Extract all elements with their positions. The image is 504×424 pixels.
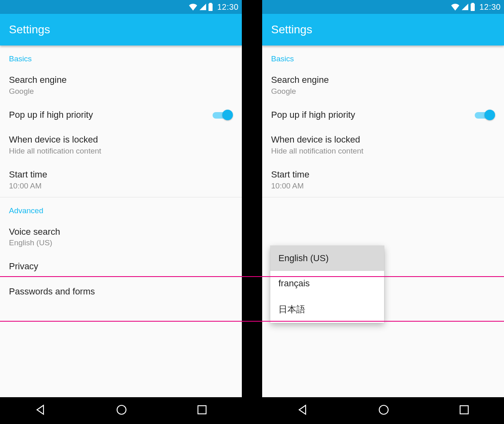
alignment-guide-top xyxy=(0,276,504,277)
pref-search-engine[interactable]: Search engine Google xyxy=(262,67,504,102)
pref-title: Search engine xyxy=(9,74,233,86)
wifi-icon xyxy=(451,3,460,11)
page-title: Settings xyxy=(271,23,312,36)
pref-title: When device is locked xyxy=(271,134,495,146)
pref-value: Hide all notification content xyxy=(9,147,233,156)
home-icon[interactable] xyxy=(378,404,390,418)
section-header-advanced-placeholder xyxy=(262,197,504,216)
svg-rect-1 xyxy=(198,406,206,414)
status-bar: 12:30 xyxy=(0,0,242,14)
phone-left: 12:30 Settings Basics Search engine Goog… xyxy=(0,0,242,424)
pref-value: 10:00 AM xyxy=(271,182,495,190)
wifi-icon xyxy=(189,3,198,11)
pref-popup-priority[interactable]: Pop up if high priority xyxy=(262,102,504,128)
nav-bar xyxy=(262,397,504,424)
dropdown-option[interactable]: français xyxy=(270,271,384,296)
comparison-stage: 12:30 Settings Basics Search engine Goog… xyxy=(0,0,504,424)
settings-content-right[interactable]: Basics Search engine Google Pop up if hi… xyxy=(262,45,504,397)
pref-title: Start time xyxy=(9,169,233,181)
pref-title: When device is locked xyxy=(9,134,233,146)
pref-title: Pop up if high priority xyxy=(9,109,93,121)
battery-icon xyxy=(470,3,475,11)
pref-start-time[interactable]: Start time 10:00 AM xyxy=(0,162,242,197)
toggle-switch[interactable] xyxy=(213,109,232,121)
dropdown-option[interactable]: English (US) xyxy=(270,246,384,271)
pref-when-locked[interactable]: When device is locked Hide all notificat… xyxy=(0,127,242,162)
pref-title: Pop up if high priority xyxy=(271,109,355,121)
pref-title: Search engine xyxy=(271,74,495,86)
svg-point-2 xyxy=(379,405,388,414)
settings-content-left[interactable]: Basics Search engine Google Pop up if hi… xyxy=(0,45,242,397)
pref-when-locked[interactable]: When device is locked Hide all notificat… xyxy=(262,127,504,162)
toggle-switch[interactable] xyxy=(475,109,494,121)
status-bar: 12:30 xyxy=(262,0,504,14)
pref-start-time[interactable]: Start time 10:00 AM xyxy=(262,162,504,197)
section-header-basics: Basics xyxy=(0,45,242,67)
recents-icon[interactable] xyxy=(459,405,469,417)
battery-icon xyxy=(208,3,213,11)
app-bar: Settings xyxy=(0,14,242,45)
back-icon[interactable] xyxy=(297,404,309,418)
cell-signal-icon xyxy=(461,3,469,11)
nav-bar xyxy=(0,397,242,424)
pref-passwords-forms[interactable]: Passwords and forms xyxy=(0,279,242,304)
cell-signal-icon xyxy=(199,3,206,11)
pref-title: Privacy xyxy=(9,260,233,273)
pref-privacy[interactable]: Privacy xyxy=(0,254,242,279)
pref-title: Passwords and forms xyxy=(9,286,233,298)
section-header-basics: Basics xyxy=(262,45,504,67)
home-icon[interactable] xyxy=(115,404,128,418)
language-dropdown[interactable]: English (US) français 日本語 xyxy=(270,246,384,323)
status-time: 12:30 xyxy=(479,2,501,12)
section-header-advanced: Advanced xyxy=(0,197,242,219)
page-title: Settings xyxy=(9,23,50,36)
pref-value: Google xyxy=(271,87,495,96)
pref-title: Voice search xyxy=(9,226,233,238)
switch-thumb xyxy=(484,110,495,120)
phone-right: 12:30 Settings Basics Search engine Goog… xyxy=(262,0,504,424)
alignment-guide-bottom xyxy=(0,321,504,322)
status-time: 12:30 xyxy=(217,2,239,12)
recents-icon[interactable] xyxy=(197,405,207,417)
dropdown-option[interactable]: 日本語 xyxy=(270,296,384,323)
pref-value: 10:00 AM xyxy=(9,182,233,190)
pref-value: Hide all notification content xyxy=(271,147,495,156)
switch-thumb xyxy=(222,110,233,120)
pref-value: Google xyxy=(9,87,233,96)
pref-voice-search[interactable]: Voice search English (US) xyxy=(0,219,242,254)
pref-title: Start time xyxy=(271,169,495,181)
back-icon[interactable] xyxy=(35,404,47,418)
pref-search-engine[interactable]: Search engine Google xyxy=(0,67,242,102)
svg-point-0 xyxy=(117,405,126,414)
pref-popup-priority[interactable]: Pop up if high priority xyxy=(0,102,242,128)
svg-rect-3 xyxy=(460,406,468,414)
pref-value: English (US) xyxy=(9,238,233,247)
app-bar: Settings xyxy=(262,14,504,45)
